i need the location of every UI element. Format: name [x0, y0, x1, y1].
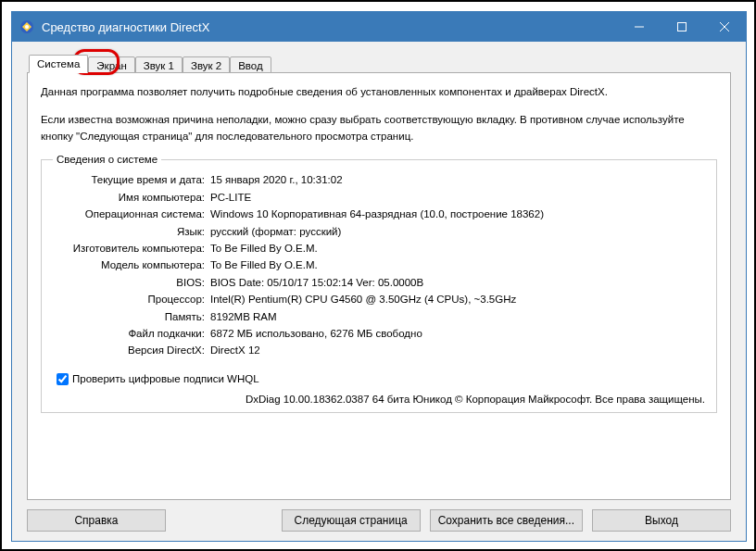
info-value: Intel(R) Pentium(R) CPU G4560 @ 3.50GHz …	[210, 291, 705, 307]
window-title: Средство диагностики DirectX	[42, 20, 618, 34]
info-row: Изготовитель компьютера:To Be Filled By …	[53, 240, 705, 257]
button-bar: Справка Следующая страница Сохранить все…	[27, 500, 731, 532]
info-label: Память:	[53, 308, 210, 325]
intro-paragraph-1: Данная программа позволяет получить подр…	[41, 84, 717, 101]
info-value: Windows 10 Корпоративная 64-разрядная (1…	[210, 206, 705, 222]
info-label: BIOS:	[53, 274, 210, 291]
tab-bar: Система Экран Звук 1 Звук 2 Ввод	[29, 55, 731, 73]
tab-display[interactable]: Экран	[88, 56, 134, 73]
intro-paragraph-2: Если известна возможная причина неполадк…	[41, 112, 717, 145]
info-value: 6872 МБ использовано, 6276 МБ свободно	[210, 325, 705, 342]
info-label: Процессор:	[53, 291, 210, 307]
info-label: Файл подкачки:	[53, 325, 210, 342]
exit-button[interactable]: Выход	[592, 509, 731, 532]
tab-sound1[interactable]: Звук 1	[135, 56, 183, 73]
dxdiag-window: Средство диагностики DirectX Система Экр…	[11, 11, 747, 542]
info-label: Модель компьютера:	[53, 257, 210, 273]
info-row: Имя компьютера:PC-LITE	[53, 189, 705, 206]
info-label: Версия DirectX:	[53, 342, 210, 358]
tab-input[interactable]: Ввод	[230, 56, 271, 73]
svg-point-1	[25, 25, 29, 29]
whql-checkbox[interactable]	[57, 373, 69, 385]
maximize-button[interactable]	[661, 12, 703, 42]
info-value: BIOS Date: 05/10/17 15:02:14 Ver: 05.000…	[210, 274, 705, 291]
minimize-button[interactable]	[618, 12, 661, 42]
info-label: Язык:	[53, 223, 210, 240]
info-value: русский (формат: русский)	[210, 223, 705, 240]
system-info-legend: Сведения о системе	[53, 154, 161, 165]
save-all-button[interactable]: Сохранить все сведения...	[430, 509, 583, 532]
info-row: Файл подкачки:6872 МБ использовано, 6276…	[53, 325, 705, 342]
next-page-button[interactable]: Следующая страница	[282, 509, 421, 532]
info-value: To Be Filled By O.E.M.	[210, 240, 705, 257]
info-row: Операционная система:Windows 10 Корпорат…	[53, 206, 705, 222]
tab-panel-system: Данная программа позволяет получить подр…	[27, 72, 731, 500]
info-label: Операционная система:	[53, 206, 210, 222]
titlebar: Средство диагностики DirectX	[12, 12, 746, 42]
info-row: BIOS:BIOS Date: 05/10/17 15:02:14 Ver: 0…	[53, 274, 705, 291]
info-value: PC-LITE	[210, 189, 705, 206]
whql-label[interactable]: Проверить цифровые подписи WHQL	[72, 373, 259, 384]
info-row: Текущие время и дата:15 января 2020 г., …	[53, 171, 705, 188]
info-value: 15 января 2020 г., 10:31:02	[210, 171, 705, 188]
system-info-fieldset: Сведения о системе Текущие время и дата:…	[41, 159, 717, 412]
close-button[interactable]	[703, 12, 746, 42]
info-row: Версия DirectX:DirectX 12	[53, 342, 705, 358]
info-label: Имя компьютера:	[53, 189, 210, 206]
help-button[interactable]: Справка	[27, 509, 166, 532]
info-row: Язык:русский (формат: русский)	[53, 223, 705, 240]
svg-rect-3	[678, 23, 687, 31]
info-row: Процессор:Intel(R) Pentium(R) CPU G4560 …	[53, 291, 705, 307]
dxdiag-icon	[19, 19, 34, 34]
tab-system[interactable]: Система	[29, 55, 88, 73]
info-value: 8192MB RAM	[210, 308, 705, 325]
info-label: Текущие время и дата:	[53, 171, 210, 188]
info-value: DirectX 12	[210, 342, 705, 358]
info-label: Изготовитель компьютера:	[53, 240, 210, 257]
info-row: Память:8192MB RAM	[53, 308, 705, 325]
info-value: To Be Filled By O.E.M.	[210, 257, 705, 273]
tab-sound2[interactable]: Звук 2	[183, 56, 230, 73]
dxdiag-version-text: DxDiag 10.00.18362.0387 64 бита Юникод ©…	[53, 388, 705, 405]
info-row: Модель компьютера:To Be Filled By O.E.M.	[53, 257, 705, 273]
